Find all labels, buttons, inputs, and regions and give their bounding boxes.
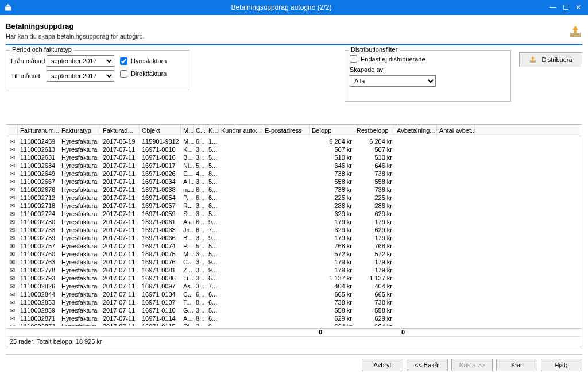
bakat-button[interactable]: << Bakåt (407, 359, 448, 371)
from-month-label: Från månad (11, 57, 47, 64)
minimize-button[interactable]: — (547, 2, 559, 13)
svg-rect-0 (5, 7, 11, 10)
envelope-icon: ✉ (6, 153, 18, 161)
envelope-icon: ✉ (6, 137, 18, 145)
table-row[interactable]: ✉1110002613Hyresfaktura2017-07-1116971-0… (6, 145, 582, 153)
invoice-table: Fakturanum... Fakturatyp Fakturad... Obj… (6, 124, 582, 347)
table-row[interactable]: ✉1110002760Hyresfaktura2017-07-1116971-0… (6, 250, 582, 258)
direktfaktura-label: Direktfaktura (131, 70, 167, 77)
envelope-icon: ✉ (6, 210, 18, 218)
envelope-icon: ✉ (6, 242, 18, 250)
avbryt-button[interactable]: Avbryt (362, 359, 403, 371)
col-kundnr[interactable]: Kundnr auto... (219, 125, 262, 137)
envelope-icon: ✉ (6, 298, 18, 306)
envelope-icon: ✉ (6, 202, 18, 210)
envelope-icon: ✉ (6, 290, 18, 298)
close-button[interactable]: ✕ (572, 2, 585, 13)
envelope-icon: ✉ (6, 145, 18, 153)
from-month-select[interactable]: september 2017 (47, 55, 114, 67)
table-row[interactable]: ✉1110002459Hyresfaktura2017-05-19115901-… (6, 137, 582, 145)
envelope-icon: ✉ (6, 186, 18, 194)
table-row[interactable]: ✉1110002853Hyresfaktura2017-07-1116971-0… (6, 298, 582, 306)
table-row[interactable]: ✉1110002634Hyresfaktura2017-07-1116971-0… (6, 161, 582, 170)
envelope-icon: ✉ (6, 170, 18, 178)
footer-buttons: Avbryt << Bakåt Nästa >> Klar Hjälp (6, 354, 582, 371)
col-fakturanum[interactable]: Fakturanum... (18, 125, 59, 137)
hyresfaktura-checkbox[interactable] (120, 57, 127, 65)
table-row[interactable]: ✉1110002739Hyresfaktura2017-07-1116971-0… (6, 234, 582, 242)
table-row[interactable]: ✉1110002778Hyresfaktura2017-07-1116971-0… (6, 266, 582, 274)
envelope-icon: ✉ (6, 194, 18, 202)
distribution-fieldset: Distributionsfilter Endast ej distribuer… (345, 50, 511, 102)
envelope-icon: ✉ (6, 161, 18, 170)
period-legend: Period och fakturatyp (10, 46, 74, 53)
envelope-icon: ✉ (6, 282, 18, 290)
envelope-icon: ✉ (6, 178, 18, 186)
table-row[interactable]: ✉1110002733Hyresfaktura2017-07-1116971-0… (6, 226, 582, 234)
distribuera-label: Distribuera (541, 56, 572, 63)
hyresfaktura-label: Hyresfaktura (131, 57, 167, 64)
distribuera-button[interactable]: Distribuera (519, 52, 582, 67)
window-title: Betalningsuppdrag autogiro (2/2) (16, 3, 547, 11)
table-row[interactable]: ✉1110002874Hyresfaktura2017-07-1116971-0… (6, 322, 582, 326)
table-row[interactable]: ✉1110002712Hyresfaktura2017-07-1116971-0… (6, 194, 582, 202)
hjalp-button[interactable]: Hjälp (541, 359, 582, 371)
upload-small-icon (529, 55, 537, 64)
table-row[interactable]: ✉1110002649Hyresfaktura2017-07-1116971-0… (6, 170, 582, 178)
table-row[interactable]: ✉1110002730Hyresfaktura2017-07-1116971-0… (6, 218, 582, 226)
table-row[interactable]: ✉1110002763Hyresfaktura2017-07-1116971-0… (6, 258, 582, 266)
distribution-legend: Distributionsfilter (349, 46, 400, 53)
app-icon (3, 3, 13, 12)
table-row[interactable]: ✉1110002718Hyresfaktura2017-07-1116971-0… (6, 202, 582, 210)
skapade-label: Skapade av: (350, 66, 506, 73)
envelope-icon: ✉ (6, 218, 18, 226)
envelope-icon: ✉ (6, 306, 18, 314)
table-row[interactable]: ✉1110002844Hyresfaktura2017-07-1116971-0… (6, 290, 582, 298)
col-c[interactable]: C... (194, 125, 206, 137)
skapade-select[interactable]: Alla (350, 75, 436, 87)
table-summary: 25 rader. Totalt belopp: 18 925 kr (6, 336, 582, 347)
header: Betalningsuppdrag Här kan du skapa betal… (6, 20, 582, 45)
svg-rect-1 (570, 33, 581, 37)
col-objekt[interactable]: Objekt (140, 125, 181, 137)
col-avbetalning[interactable]: Avbetalning... (394, 125, 437, 137)
col-k[interactable]: K... (206, 125, 219, 137)
table-row[interactable]: ✉1110002667Hyresfaktura2017-07-1116971-0… (6, 178, 582, 186)
table-row[interactable]: ✉1110002793Hyresfaktura2017-07-1116971-0… (6, 274, 582, 282)
nasta-button: Nästa >> (451, 359, 493, 371)
maximize-button[interactable]: ☐ (559, 2, 572, 13)
col-fakturatyp[interactable]: Fakturatyp (59, 125, 100, 137)
envelope-icon: ✉ (6, 274, 18, 282)
endast-label: Endast ej distribuerade (361, 56, 425, 63)
klar-button[interactable]: Klar (496, 359, 537, 371)
envelope-icon: ✉ (6, 250, 18, 258)
table-row[interactable]: ✉1110002631Hyresfaktura2017-07-1116971-0… (6, 153, 582, 161)
envelope-icon: ✉ (6, 266, 18, 274)
upload-icon (568, 24, 582, 38)
table-row[interactable]: ✉1110002871Hyresfaktura2017-07-1116971-0… (6, 314, 582, 322)
svg-rect-2 (530, 60, 536, 63)
period-fieldset: Period och fakturatyp Från månad septemb… (6, 50, 189, 90)
titlebar: Betalningsuppdrag autogiro (2/2) — ☐ ✕ (0, 0, 588, 15)
direktfaktura-checkbox[interactable] (120, 70, 127, 78)
table-row[interactable]: ✉1110002826Hyresfaktura2017-07-1116971-0… (6, 282, 582, 290)
envelope-icon: ✉ (6, 226, 18, 234)
table-row[interactable]: ✉1110002757Hyresfaktura2017-07-1116971-0… (6, 242, 582, 250)
table-row[interactable]: ✉1110002724Hyresfaktura2017-07-1116971-0… (6, 210, 582, 218)
col-antal[interactable]: Antal avbet... (437, 125, 475, 137)
col-restbelopp[interactable]: Restbelopp (354, 125, 394, 137)
col-epost[interactable]: E-postadress (262, 125, 310, 137)
table-row[interactable]: ✉1110002676Hyresfaktura2017-07-1116971-0… (6, 186, 582, 194)
table-row[interactable]: ✉1110002859Hyresfaktura2017-07-1116971-0… (6, 306, 582, 314)
page-title: Betalningsuppdrag (6, 22, 568, 30)
envelope-icon: ✉ (6, 234, 18, 242)
envelope-icon: ✉ (6, 314, 18, 322)
col-fakturad[interactable]: Fakturad... (100, 125, 140, 137)
envelope-icon: ✉ (6, 258, 18, 266)
to-month-label: Till månad (11, 72, 47, 79)
col-belopp[interactable]: Belopp (310, 125, 354, 137)
col-m[interactable]: M... (181, 125, 194, 137)
endast-checkbox[interactable] (350, 55, 357, 63)
to-month-select[interactable]: september 2017 (47, 70, 114, 82)
table-header: Fakturanum... Fakturatyp Fakturad... Obj… (6, 125, 582, 137)
